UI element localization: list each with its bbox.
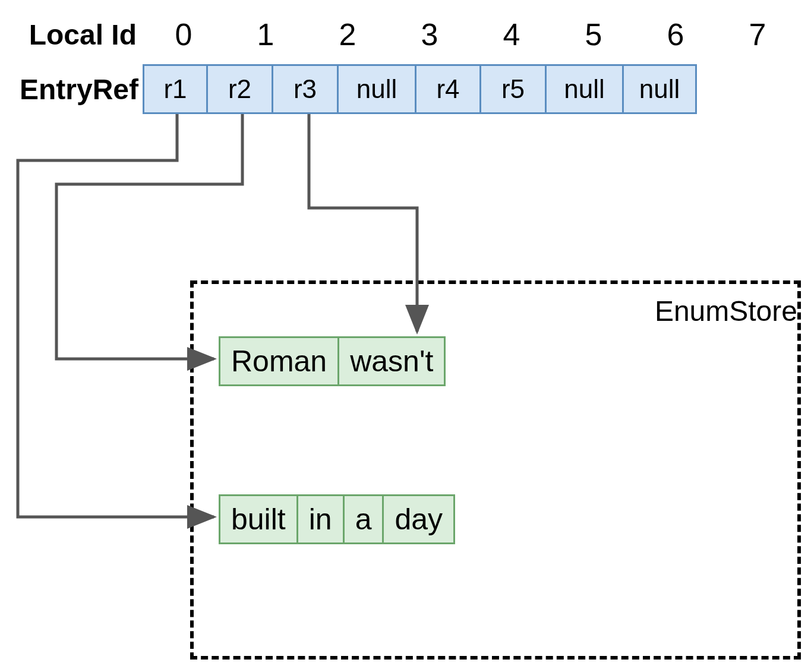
enum-row-0: Roman wasn't (219, 336, 446, 386)
local-id-row: Local Id 0 1 2 3 4 5 6 7 (0, 17, 799, 52)
enum-store-label: EnumStore (655, 295, 797, 327)
entry-cell-3: null (337, 64, 416, 114)
enum-word-built: built (219, 494, 298, 544)
entry-cell-0: r1 (143, 64, 208, 114)
entry-ref-label: EntryRef (0, 73, 144, 106)
local-id-5: 5 (553, 17, 635, 52)
entry-cell-7: null (622, 64, 697, 114)
enum-word-roman: Roman (219, 336, 339, 386)
entry-ref-row: EntryRef r1 r2 r3 null r4 r5 null null (0, 64, 697, 114)
local-id-0: 0 (143, 17, 225, 52)
entry-cell-6: null (545, 64, 624, 114)
entry-cell-5: r5 (479, 64, 547, 114)
local-id-6: 6 (635, 17, 717, 52)
local-id-4: 4 (471, 17, 553, 52)
enum-word-wasnt: wasn't (337, 336, 446, 386)
entry-cell-2: r3 (272, 64, 339, 114)
local-id-1: 1 (225, 17, 307, 52)
enum-row-1: built in a day (219, 494, 455, 544)
enum-word-a: a (343, 494, 384, 544)
entry-cell-1: r2 (206, 64, 273, 114)
local-id-2: 2 (307, 17, 389, 52)
enum-word-in: in (296, 494, 345, 544)
entry-cell-4: r4 (415, 64, 481, 114)
diagram-container: Local Id 0 1 2 3 4 5 6 7 EntryRef r1 r2 … (0, 0, 811, 672)
local-id-7: 7 (717, 17, 799, 52)
arrow-r1-built (18, 114, 214, 517)
enum-word-day: day (382, 494, 455, 544)
local-id-3: 3 (389, 17, 471, 52)
local-id-label: Local Id (0, 18, 143, 51)
